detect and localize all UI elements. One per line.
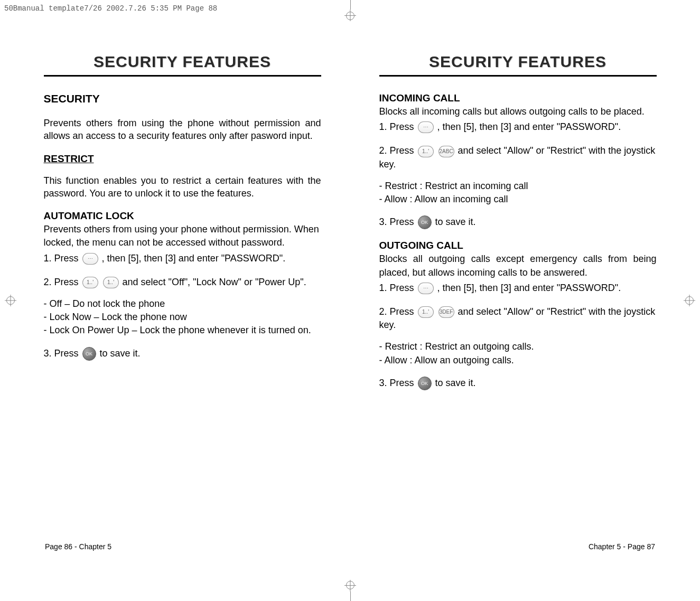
step-text: 1. Press [379, 283, 417, 293]
outgoing-option-list: - Restrict : Restrict an outgoing calls.… [379, 340, 657, 367]
right-page: SECURITY FEATURES INCOMING CALL Blocks a… [374, 42, 662, 403]
print-header: 50Bmanual template7/26 2002.7.26 5:35 PM… [4, 4, 217, 13]
footer-left: Page 86 - Chapter 5 [45, 542, 111, 551]
list-item: - Lock Now – Lock the phone now [44, 311, 321, 324]
outgoing-paragraph: Blocks all outgoing calls except emergen… [379, 252, 657, 279]
step-text: 2. Press [379, 145, 417, 156]
security-heading: SECURITY [44, 92, 321, 105]
ok-key-icon: OK [418, 377, 432, 390]
incoming-paragraph: Blocks all incoming calls but allows out… [379, 105, 657, 118]
ok-key-icon: OK [418, 215, 432, 229]
crop-mark-right [679, 290, 700, 311]
incoming-option-list: - Restrict : Restrict an incoming call -… [379, 180, 657, 206]
list-item: - Allow : Allow an outgoing calls. [379, 354, 657, 367]
crop-mark-bottom [340, 580, 361, 601]
list-item: - Off – Do not lock the phone [44, 297, 321, 311]
step-text: 1. Press [379, 121, 417, 132]
two-key-icon: 2ABC [438, 146, 454, 157]
restrict-heading: RESTRICT [44, 153, 321, 165]
crop-mark-left [0, 290, 21, 311]
incoming-call-heading: INCOMING CALL [379, 92, 657, 104]
automatic-lock-paragraph: Prevents others from using your phone wi… [44, 223, 321, 249]
step-text: , then [5], then [3] and enter "PASSWORD… [437, 283, 621, 293]
menu-key-icon: ⋯ [82, 253, 98, 265]
incoming-step-3: 3. Press OK to save it. [379, 215, 657, 229]
auto-step-3: 3. Press OK to save it. [44, 347, 321, 361]
ok-key-icon: OK [82, 347, 96, 361]
step-text: 2. Press [379, 306, 417, 317]
incoming-step-2: 2. Press 1..' 2ABC and select "Allow" or… [379, 144, 657, 171]
list-item: - Restrict : Restrict an outgoing calls. [379, 340, 657, 353]
step-text: to save it. [435, 217, 476, 227]
page-title: SECURITY FEATURES [379, 53, 657, 77]
outgoing-step-1: 1. Press ⋯ , then [5], then [3] and ente… [379, 281, 657, 295]
restrict-paragraph: This function enables you to restrict a … [44, 174, 321, 200]
step-text: to save it. [100, 348, 141, 359]
security-paragraph: Prevents others from using the phone wit… [44, 117, 321, 143]
step-text: 3. Press [44, 348, 81, 359]
one-key-icon: 1..' [103, 277, 119, 288]
step-text: 3. Press [379, 217, 417, 227]
outgoing-call-heading: OUTGOING CALL [379, 240, 657, 251]
incoming-step-1: 1. Press ⋯ , then [5], then [3] and ente… [379, 120, 657, 134]
list-item: - Allow : Allow an incoming call [379, 193, 657, 206]
page-spread: SECURITY FEATURES SECURITY Prevents othe… [39, 42, 662, 403]
step-text: 1. Press [44, 253, 81, 264]
auto-option-list: - Off – Do not lock the phone - Lock Now… [44, 297, 321, 337]
step-text: and select "Off", "Lock Now" or "Power U… [123, 277, 306, 287]
step-text: 3. Press [379, 378, 417, 388]
automatic-lock-heading: AUTOMATIC LOCK [44, 210, 321, 222]
page-title: SECURITY FEATURES [44, 53, 321, 77]
auto-step-2: 2. Press 1..' 1..' and select "Off", "Lo… [44, 276, 321, 289]
outgoing-step-2: 2. Press 1..' 3DEF and select "Allow" or… [379, 305, 657, 332]
step-text: to save it. [435, 378, 476, 388]
one-key-icon: 1..' [82, 277, 98, 288]
list-item: - Lock On Power Up – Lock the phone when… [44, 324, 321, 337]
menu-key-icon: ⋯ [418, 283, 434, 294]
auto-step-1: 1. Press ⋯ , then [5], then [3] and ente… [44, 252, 321, 265]
left-page: SECURITY FEATURES SECURITY Prevents othe… [39, 42, 326, 403]
footer-right: Chapter 5 - Page 87 [589, 542, 655, 551]
list-item: - Restrict : Restrict an incoming call [379, 180, 657, 193]
step-text: , then [5], then [3] and enter "PASSWORD… [437, 121, 621, 132]
one-key-icon: 1..' [418, 146, 434, 157]
step-text: 2. Press [44, 277, 81, 287]
step-text: , then [5], then [3] and enter "PASSWORD… [102, 253, 286, 264]
outgoing-step-3: 3. Press OK to save it. [379, 377, 657, 390]
one-key-icon: 1..' [418, 306, 434, 318]
crop-mark-top [340, 0, 361, 21]
three-key-icon: 3DEF [438, 306, 454, 318]
menu-key-icon: ⋯ [418, 121, 434, 133]
